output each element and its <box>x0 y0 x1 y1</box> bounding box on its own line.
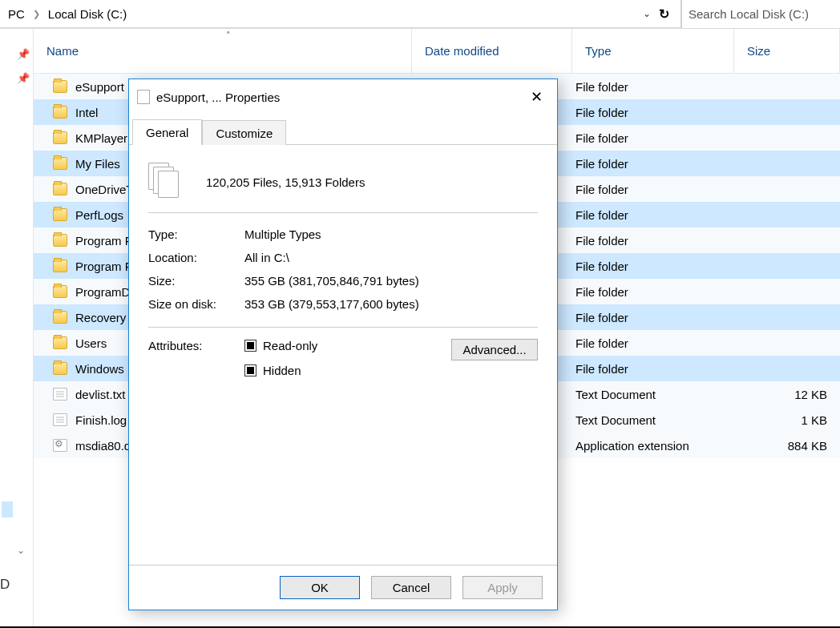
file-size: 884 KB <box>788 439 827 453</box>
tab-general[interactable]: General <box>132 119 202 145</box>
value-size-on-disk: 353 GB (379,553,177,600 bytes) <box>244 297 538 311</box>
file-type: File folder <box>575 311 628 324</box>
file-type: File folder <box>575 336 628 350</box>
label-attributes: Attributes: <box>148 339 238 352</box>
folder-icon <box>53 131 67 144</box>
dialog-body: 120,205 Files, 15,913 Folders Type:Multi… <box>129 145 557 565</box>
refresh-icon[interactable]: ↻ <box>656 6 672 22</box>
file-type: File folder <box>575 157 628 171</box>
folder-icon <box>53 285 67 298</box>
dialog-tabs: General Customize <box>129 115 557 145</box>
cancel-button[interactable]: Cancel <box>371 576 451 599</box>
folder-icon <box>53 234 67 247</box>
column-header-size[interactable]: Size <box>734 29 840 73</box>
folder-icon <box>53 183 67 195</box>
folder-icon <box>53 80 67 93</box>
value-type: Multiple Types <box>244 227 538 241</box>
folder-icon <box>53 311 67 324</box>
address-bar: PC ❯ Local Disk (C:) ⌄ ↻ Search Local Di… <box>0 0 840 29</box>
folder-icon <box>53 157 67 170</box>
checkbox-icon <box>244 364 256 376</box>
column-header-type[interactable]: Type <box>572 29 734 73</box>
file-name: Users <box>75 336 107 350</box>
file-type: File folder <box>575 208 628 222</box>
file-size: 1 KB <box>801 413 827 427</box>
file-name: Windows <box>75 362 124 376</box>
file-type: Text Document <box>575 388 656 401</box>
file-name: My Files <box>75 157 120 171</box>
file-type: Application extension <box>575 439 689 453</box>
dialog-button-bar: OK Cancel Apply <box>129 565 557 610</box>
label-type: Type: <box>148 227 238 241</box>
chevron-down-icon[interactable]: ⌄ <box>643 8 651 19</box>
file-type: File folder <box>575 362 628 376</box>
file-type: File folder <box>575 183 628 196</box>
file-name: Recovery <box>75 311 126 324</box>
folder-icon <box>53 106 67 119</box>
ok-button[interactable]: OK <box>280 576 360 599</box>
column-header-name[interactable]: Name <box>34 29 412 73</box>
tab-customize[interactable]: Customize <box>202 120 286 145</box>
folder-icon <box>53 362 67 375</box>
label-size: Size: <box>148 274 238 288</box>
label-location: Location: <box>148 251 238 264</box>
folder-icon <box>53 208 67 221</box>
value-location: All in C:\ <box>244 251 538 264</box>
column-headers: ˄ Name Date modified Type Size <box>34 29 840 74</box>
checkbox-icon <box>244 340 256 352</box>
summary-text: 120,205 Files, 15,913 Folders <box>206 175 365 189</box>
file-name: eSupport <box>75 80 124 94</box>
nav-selection <box>2 501 13 517</box>
file-icon <box>53 413 67 426</box>
pin-icon: 📌 <box>17 72 30 84</box>
search-input[interactable]: Search Local Disk (C:) <box>681 0 840 28</box>
file-name: Intel <box>75 106 98 119</box>
file-type: File folder <box>575 131 628 145</box>
chevron-right-icon: ❯ <box>30 9 43 19</box>
file-name: Finish.log <box>75 413 127 427</box>
file-size: 12 KB <box>794 388 827 401</box>
advanced-button[interactable]: Advanced... <box>451 339 538 360</box>
column-header-date[interactable]: Date modified <box>412 29 572 73</box>
folder-icon <box>53 260 67 272</box>
checkbox-readonly[interactable]: Read-only <box>244 339 381 352</box>
breadcrumb[interactable]: PC ❯ Local Disk (C:) ⌄ ↻ <box>0 0 681 28</box>
nav-pane: 📌 📌 ⌄ D <box>0 29 34 628</box>
breadcrumb-disk[interactable]: Local Disk (C:) <box>43 7 131 21</box>
file-name: msdia80.dll <box>75 439 136 453</box>
file-type: Text Document <box>575 413 656 427</box>
nav-bottom-letter: D <box>0 577 10 593</box>
file-icon <box>53 388 67 401</box>
checkbox-readonly-label: Read-only <box>263 339 317 352</box>
chevron-down-icon[interactable]: ⌄ <box>17 545 25 556</box>
document-icon <box>137 90 150 104</box>
multi-document-icon <box>148 163 184 201</box>
dialog-titlebar[interactable]: eSupport, ... Properties ✕ <box>129 79 557 115</box>
file-type: File folder <box>575 234 628 248</box>
label-size-on-disk: Size on disk: <box>148 297 238 311</box>
dll-icon <box>53 439 67 452</box>
close-icon[interactable]: ✕ <box>523 87 551 107</box>
properties-dialog: eSupport, ... Properties ✕ General Custo… <box>128 78 558 610</box>
file-name: KMPlayer <box>75 131 127 145</box>
checkbox-hidden-label: Hidden <box>263 364 301 377</box>
checkbox-hidden[interactable]: Hidden <box>244 364 381 377</box>
dialog-title: eSupport, ... Properties <box>156 91 280 104</box>
file-type: File folder <box>575 260 628 273</box>
file-name: PerfLogs <box>75 208 123 222</box>
file-type: File folder <box>575 106 628 119</box>
pin-icon: 📌 <box>17 48 30 60</box>
file-name: devlist.txt <box>75 388 126 401</box>
search-placeholder: Search Local Disk (C:) <box>689 7 809 21</box>
breadcrumb-pc[interactable]: PC <box>3 7 30 21</box>
file-type: File folder <box>575 80 628 94</box>
file-type: File folder <box>575 285 628 299</box>
apply-button[interactable]: Apply <box>462 576 543 599</box>
value-size: 355 GB (381,705,846,791 bytes) <box>244 274 538 288</box>
sort-ascending-icon: ˄ <box>226 30 231 41</box>
folder-icon <box>53 336 67 349</box>
